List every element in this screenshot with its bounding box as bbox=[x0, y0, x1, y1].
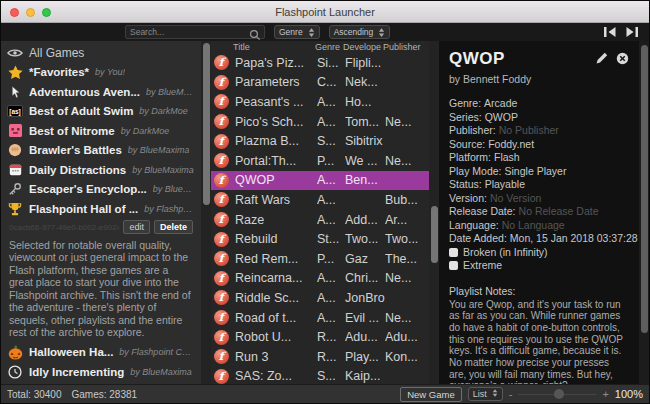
minimize-window-button[interactable] bbox=[26, 8, 35, 17]
playlist-author: by Flashpoint... bbox=[144, 204, 195, 214]
flash-icon: f bbox=[213, 330, 229, 345]
flash-icon: f bbox=[213, 251, 229, 266]
fist-icon bbox=[7, 143, 23, 157]
playlist-notes-text[interactable]: You are Qwop, and it's your task to run … bbox=[449, 299, 629, 385]
flash-icon: f bbox=[213, 134, 229, 149]
cell-title: Red Rem... bbox=[235, 252, 317, 266]
cell-title: QWOP bbox=[235, 173, 317, 187]
close-window-button[interactable] bbox=[10, 8, 19, 17]
sidebar-scrollbar[interactable] bbox=[201, 41, 211, 384]
zoom-out-label[interactable]: - bbox=[509, 388, 513, 400]
column-title[interactable]: Title bbox=[233, 42, 315, 52]
game-row[interactable]: f SAS: Zo... S... Kaip... bbox=[211, 367, 429, 385]
game-row[interactable]: f Raze A... Add... Ar... bbox=[211, 210, 429, 230]
delete-playlist-button[interactable]: Delete bbox=[154, 220, 193, 234]
checkbox-row[interactable]: Extreme bbox=[449, 259, 629, 272]
playlist-item[interactable]: Halloween Ha... by Flashpoint Com... bbox=[1, 343, 201, 363]
playlist-item[interactable]: Adventurous Aven... by BlueMaxi... bbox=[1, 82, 201, 102]
edit-game-icon[interactable] bbox=[595, 51, 608, 69]
playlist-item[interactable]: All Games bbox=[1, 43, 201, 63]
game-row[interactable]: f QWOP A... Ben... bbox=[211, 171, 429, 191]
game-row[interactable]: f Reincarna... A... Chri... Ne... bbox=[211, 269, 429, 289]
detail-field: Play Mode: Single Player bbox=[449, 165, 629, 179]
sort-order-select[interactable]: Ascending bbox=[329, 25, 391, 39]
game-row[interactable]: f Raft Wars A... Bub... bbox=[211, 190, 429, 210]
playlist-item[interactable]: Escaper's Encyclop... by BlueMax... bbox=[1, 180, 201, 200]
game-row[interactable]: f Pico's Sch... A... Tom... Ne... bbox=[211, 112, 429, 132]
sort-field-value: Genre bbox=[279, 27, 303, 37]
column-developer[interactable]: Develope bbox=[343, 42, 383, 52]
playlist-author: by BlueMaxima bbox=[128, 145, 190, 155]
playlist-item[interactable]: *Favorites* by You! bbox=[1, 63, 201, 83]
cell-genre: S... bbox=[317, 134, 345, 148]
calendar-icon bbox=[7, 163, 23, 176]
field-value[interactable]: Mon, 15 Jan 2018 03:37:28 GMT bbox=[510, 232, 639, 246]
game-row[interactable]: f Road of t... A... Evil ... Ne... bbox=[211, 308, 429, 328]
playlist-item[interactable]: Flashpoint Hall of ... by Flashpoint... bbox=[1, 199, 201, 219]
game-list-scrollbar-thumb[interactable] bbox=[431, 206, 438, 263]
detail-field: Version: No Version bbox=[449, 192, 629, 206]
field-value[interactable]: No Language bbox=[502, 219, 565, 233]
previous-page-icon[interactable] bbox=[603, 26, 617, 38]
game-row[interactable]: f Parameters C... Nek... bbox=[211, 73, 429, 93]
cell-developer: Gaz bbox=[345, 252, 385, 266]
field-value[interactable]: Playable bbox=[485, 178, 525, 192]
field-label: Language: bbox=[449, 219, 499, 233]
sort-field-select[interactable]: Genre bbox=[274, 25, 320, 39]
scale-slider[interactable] bbox=[518, 389, 596, 399]
flash-icon: f bbox=[213, 173, 229, 188]
new-game-button[interactable]: New Game bbox=[400, 387, 462, 402]
playlist-item[interactable]: Daily Distractions by BlueMaxima bbox=[1, 160, 201, 180]
field-value[interactable]: Single Player bbox=[505, 165, 567, 179]
field-value[interactable]: No Publisher bbox=[499, 124, 559, 138]
cell-title: Rebuild bbox=[235, 232, 317, 246]
game-row[interactable]: f Plazma B... S... Sibitrix bbox=[211, 131, 429, 151]
detail-field: Status: Playable bbox=[449, 178, 629, 192]
field-value[interactable]: No Version bbox=[490, 192, 541, 206]
view-mode-select[interactable]: List bbox=[468, 387, 503, 401]
next-page-icon[interactable] bbox=[625, 26, 639, 38]
zoom-window-button[interactable] bbox=[42, 8, 51, 17]
zoom-in-label[interactable]: + bbox=[602, 388, 608, 400]
checkbox[interactable] bbox=[449, 261, 458, 270]
flash-icon: f bbox=[213, 75, 229, 90]
playlist-item[interactable]: [as] Best of Adult Swim by DarkMoe bbox=[1, 102, 201, 122]
select-arrows-icon bbox=[308, 27, 315, 38]
details-scrollbar[interactable] bbox=[639, 41, 649, 384]
close-details-icon[interactable] bbox=[616, 51, 629, 69]
cell-genre: P... bbox=[317, 154, 345, 168]
game-list: Title Genre Develope Publisher f Papa's … bbox=[211, 41, 429, 384]
cell-developer: Play... bbox=[345, 350, 385, 364]
edit-playlist-button[interactable]: edit bbox=[123, 220, 150, 234]
search-input[interactable] bbox=[126, 27, 244, 37]
checkbox[interactable] bbox=[449, 248, 458, 257]
cell-title: Reincarna... bbox=[235, 271, 317, 285]
game-row[interactable]: f Peasant's ... A... Ho... bbox=[211, 92, 429, 112]
game-row[interactable]: f Rebuild St... Two... Two... bbox=[211, 229, 429, 249]
game-row[interactable]: f Riddle Sc... A... JonBro bbox=[211, 288, 429, 308]
game-list-scrollbar[interactable] bbox=[429, 41, 439, 384]
field-value[interactable]: Flash bbox=[494, 151, 520, 165]
game-row[interactable]: f Run 3 R... Play... Kon... bbox=[211, 347, 429, 367]
field-value[interactable]: QWOP bbox=[485, 111, 518, 125]
slider-thumb[interactable] bbox=[554, 389, 564, 399]
checkbox-row[interactable]: Broken (in Infinity) bbox=[449, 246, 629, 259]
details-scrollbar-thumb[interactable] bbox=[641, 45, 648, 333]
field-value[interactable]: Foddy.net bbox=[488, 138, 534, 152]
game-row[interactable]: f Papa's Piz... Si... Flipli... bbox=[211, 53, 429, 73]
playlist-item[interactable]: Brawler's Battles by BlueMaxima bbox=[1, 141, 201, 161]
playlist-item[interactable]: Best of Nitrome by DarkMoe bbox=[1, 121, 201, 141]
search-box[interactable] bbox=[125, 25, 265, 39]
column-publisher[interactable]: Publisher bbox=[383, 42, 429, 52]
checkbox-label: Broken (in Infinity) bbox=[463, 246, 548, 258]
field-value[interactable]: Arcade bbox=[484, 97, 517, 111]
field-value[interactable]: No Release Date bbox=[519, 205, 599, 219]
cell-genre: A... bbox=[317, 115, 345, 129]
game-row[interactable]: f Portal:Th... P... We ... Ne... bbox=[211, 151, 429, 171]
game-row[interactable]: f Red Rem... P... Gaz The... bbox=[211, 249, 429, 269]
eye-icon bbox=[7, 48, 23, 58]
game-row[interactable]: f Robot U... R... Adu... Adu... bbox=[211, 327, 429, 347]
playlist-item[interactable]: Idly Incrementing by BlueMaxima bbox=[1, 362, 201, 382]
sidebar-scrollbar-thumb[interactable] bbox=[203, 43, 210, 205]
column-genre[interactable]: Genre bbox=[315, 42, 343, 52]
